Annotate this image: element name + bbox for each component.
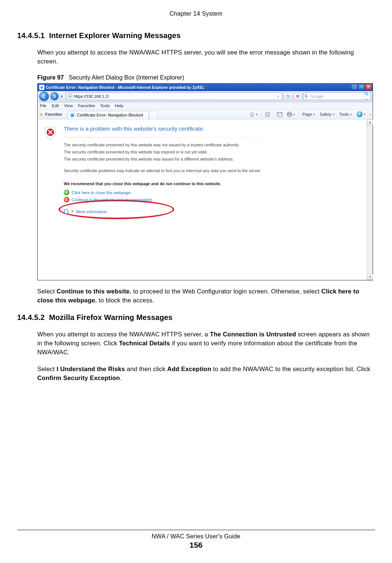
cert-recommend: We recommend that you close this webpage… [64, 181, 361, 186]
page-icon [68, 94, 73, 99]
cmd-feeds[interactable] [264, 112, 271, 117]
tab-strip: Certificate Error: Navigation Blocked [67, 110, 157, 119]
page-footer: NWA / WAC Series User's Guide 156 [0, 530, 392, 550]
url-text: https://192.168.1.2/ [74, 94, 274, 99]
section-heading-firefox: 14.4.5.2 Mozilla Firefox Warning Message… [17, 313, 375, 322]
search-go-button[interactable]: ▾ [363, 92, 370, 101]
menu-edit[interactable]: Edit [52, 103, 59, 108]
close-button[interactable]: ✕ [365, 84, 372, 90]
new-tab-button[interactable] [149, 111, 158, 119]
refresh-button[interactable] [284, 93, 292, 100]
check-circle-icon: ✓ [64, 190, 69, 195]
favorites-bar: ★ Favorites Certificate Error: Navigatio… [38, 110, 373, 119]
window-title: Certificate Error: Navigation Blocked - … [46, 85, 204, 90]
svg-point-2 [69, 96, 71, 97]
svg-line-4 [367, 94, 368, 96]
cmd-help[interactable]: ?▼ [355, 111, 367, 117]
footer-guide-title: NWA / WAC Series User's Guide [0, 533, 392, 540]
search-box[interactable]: G Google ▾ [303, 93, 371, 100]
cert-reason-1: The security certificate presented by th… [64, 142, 361, 148]
window-titlebar: Certificate Error: Navigation Blocked - … [38, 84, 373, 91]
overflow-chevron-icon[interactable]: » [369, 112, 371, 116]
browser-tab-active[interactable]: Certificate Error: Navigation Blocked [67, 111, 148, 119]
search-placeholder: Google [310, 94, 362, 99]
minimize-button[interactable]: _ [351, 84, 358, 90]
cmd-home[interactable]: ▼ [248, 112, 259, 117]
scroll-up-icon[interactable]: ▲ [367, 119, 373, 125]
section1-after-text: Select Continue to this website. to proc… [37, 287, 375, 305]
ie-favicon-icon [39, 85, 44, 90]
browser-content-area: There is a problem with this website's s… [38, 119, 373, 280]
section2-number: 14.4.5.2 [17, 313, 45, 321]
footer-page-number: 156 [0, 541, 392, 550]
tab-favicon-icon [70, 112, 75, 118]
menu-view[interactable]: View [64, 103, 73, 108]
chapter-header: Chapter 14 System [17, 10, 375, 17]
more-info-row: ▼ More information [64, 209, 361, 214]
rss-icon [265, 112, 270, 117]
help-icon: ? [357, 111, 363, 117]
vertical-scrollbar[interactable]: ▲ ▼ [367, 119, 373, 280]
mail-icon [277, 112, 282, 116]
favorites-label[interactable]: Favorites [45, 112, 62, 116]
printer-icon [287, 112, 292, 117]
shield-error-icon [44, 125, 57, 140]
cert-reason-2: The security certificate presented by th… [64, 149, 361, 155]
menu-favorites[interactable]: Favorites [78, 103, 95, 108]
section1-intro: When you attempt to access the NWA/WAC H… [37, 48, 375, 66]
continue-website-link[interactable]: Continue to this website (not recommende… [72, 197, 153, 202]
figure-caption: Figure 97 Security Alert Dialog Box (Int… [37, 74, 375, 81]
section2-p1: When you attempt to access the NWA/WAC H… [37, 330, 375, 357]
figure-label: Figure 97 [37, 74, 64, 81]
svg-rect-11 [288, 115, 291, 116]
chevron-down-icon: ▼ [71, 210, 74, 213]
favorites-star-icon[interactable]: ★ [39, 112, 44, 117]
cmd-page-menu[interactable]: Page▼ [301, 112, 317, 116]
cmd-read-mail[interactable] [276, 112, 283, 116]
menu-help[interactable]: Help [115, 103, 123, 108]
address-bar[interactable]: https://192.168.1.2/ v [66, 93, 282, 100]
url-dropdown-icon[interactable]: v [275, 94, 281, 98]
expand-circle-icon [64, 209, 69, 214]
section-title: Internet Explorer Warning Messages [49, 31, 181, 40]
scroll-down-icon[interactable]: ▼ [367, 274, 373, 280]
google-icon: G [305, 94, 309, 99]
close-webpage-link[interactable]: Click here to close this webpage. [72, 190, 132, 195]
ie-window-screenshot: Certificate Error: Navigation Blocked - … [37, 83, 373, 280]
home-icon [250, 112, 255, 117]
svg-point-7 [266, 115, 267, 116]
arrow-right-icon [53, 94, 56, 98]
more-info-link[interactable]: More information [76, 209, 107, 214]
cert-reason-3: The security certificate presented by th… [64, 156, 361, 162]
warning-circle-icon [64, 197, 69, 202]
cmd-tools-menu[interactable]: Tools▼ [338, 112, 353, 116]
refresh-icon [286, 94, 290, 99]
stop-button[interactable]: ✕ [294, 93, 302, 100]
divider [64, 137, 331, 137]
document-page: Chapter 14 System 14.4.5.1 Internet Expl… [0, 0, 392, 563]
window-controls: _ □ ✕ [351, 84, 372, 90]
cert-error-page: There is a problem with this website's s… [38, 119, 367, 280]
stop-icon: ✕ [296, 94, 300, 99]
forward-button[interactable] [50, 92, 59, 100]
cert-error-heading: There is a problem with this website's s… [64, 125, 361, 132]
cmd-print[interactable]: ▼ [286, 112, 297, 117]
cert-warning: Security certificate problems may indica… [64, 168, 361, 174]
figure-caption-text: Security Alert Dialog Box (Internet Expl… [69, 74, 184, 81]
arrow-left-icon [42, 94, 46, 99]
nav-history-dropdown[interactable]: ▼ [60, 95, 65, 98]
magnifier-icon [364, 92, 369, 96]
cmd-safety-menu[interactable]: Safety▼ [319, 112, 336, 116]
menu-file[interactable]: File [40, 103, 47, 108]
menu-tools[interactable]: Tools [100, 103, 110, 108]
section-heading-ie: 14.4.5.1 Internet Explorer Warning Messa… [17, 31, 375, 40]
svg-point-3 [365, 92, 367, 94]
section2-title: Mozilla Firefox Warning Messages [49, 313, 172, 321]
footer-rule [17, 530, 375, 530]
maximize-button[interactable]: □ [358, 84, 365, 90]
menu-bar: File Edit View Favorites Tools Help [38, 102, 373, 110]
section-number: 14.4.5.1 [17, 31, 45, 40]
nav-toolbar: ▼ https://192.168.1.2/ v ✕ G Google ▾ [38, 91, 373, 102]
back-button[interactable] [39, 91, 49, 101]
section2-p2: Select I Understand the Risks and then c… [37, 365, 375, 383]
